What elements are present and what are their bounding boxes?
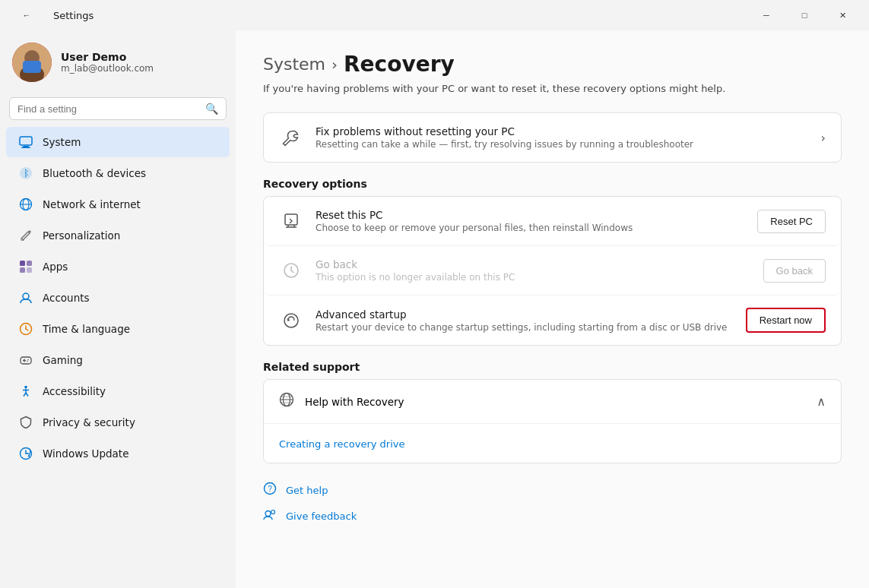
reset-subtitle: Choose to keep or remove your personal f… <box>316 223 745 233</box>
back-button[interactable]: ← <box>9 3 44 27</box>
sidebar-label-network: Network & internet <box>43 198 141 210</box>
svg-line-30 <box>26 393 28 397</box>
sidebar-label-privacy: Privacy & security <box>43 416 135 428</box>
sidebar-item-bluetooth[interactable]: ᛒ Bluetooth & devices <box>6 158 230 188</box>
sidebar-item-personalization[interactable]: Personalization <box>6 220 230 251</box>
fix-chevron: › <box>821 131 826 145</box>
recovery-drive-link[interactable]: Creating a recovery drive <box>279 438 404 450</box>
maximize-button[interactable]: □ <box>787 3 822 27</box>
get-help-link[interactable]: Get help <box>286 485 328 496</box>
sidebar-label-bluetooth: Bluetooth & devices <box>43 167 146 179</box>
svg-point-37 <box>284 314 298 327</box>
give-feedback-row: Give feedback <box>263 507 842 524</box>
chevron-right-icon: › <box>821 131 826 145</box>
gaming-icon <box>18 352 33 368</box>
sidebar-item-system[interactable]: System <box>6 127 230 157</box>
bluetooth-icon: ᛒ <box>18 166 33 181</box>
reset-action: Reset PC <box>757 210 826 233</box>
window-controls: ─ □ ✕ <box>749 3 860 27</box>
go-back-action: Go back <box>763 259 826 283</box>
privacy-icon <box>18 415 33 430</box>
svg-point-17 <box>23 293 29 299</box>
fix-problems-card[interactable]: Fix problems without resetting your PC R… <box>263 112 842 163</box>
app-title: Settings <box>53 10 94 21</box>
go-back-text: Go back This option is no longer availab… <box>316 258 751 283</box>
fix-text: Fix problems without resetting your PC R… <box>316 125 809 150</box>
main-content: System › Recovery If you're having probl… <box>236 30 869 588</box>
svg-rect-4 <box>20 137 32 145</box>
reset-pc-button[interactable]: Reset PC <box>757 210 826 233</box>
sidebar-label-gaming: Gaming <box>43 354 83 366</box>
advanced-startup-action: Restart now <box>746 308 826 333</box>
svg-text:?: ? <box>268 485 272 493</box>
reset-title: Reset this PC <box>316 209 745 221</box>
svg-rect-3 <box>23 61 41 73</box>
search-input[interactable] <box>17 103 199 115</box>
sidebar-item-accessibility[interactable]: Accessibility <box>6 376 230 406</box>
reset-icon <box>279 209 303 233</box>
sidebar-label-personalization: Personalization <box>43 229 120 242</box>
svg-point-46 <box>271 511 275 514</box>
sidebar-item-privacy[interactable]: Privacy & security <box>6 407 230 438</box>
minimize-button[interactable]: ─ <box>749 3 784 27</box>
avatar <box>12 43 52 82</box>
windows-update-icon <box>18 446 33 461</box>
sidebar-label-accounts: Accounts <box>43 292 90 304</box>
breadcrumb: System › Recovery <box>263 52 842 77</box>
sidebar-label-apps: Apps <box>43 261 68 273</box>
svg-rect-13 <box>20 261 25 266</box>
sidebar: User Demo m_lab@outlook.com 🔍 System ᛒ B… <box>0 30 236 588</box>
get-help-icon: ? <box>263 482 277 498</box>
svg-line-36 <box>291 270 293 273</box>
titlebar-left: ← Settings <box>9 3 94 27</box>
fix-title: Fix problems without resetting your PC <box>316 125 809 138</box>
svg-rect-14 <box>27 261 32 266</box>
fix-problems-row[interactable]: Fix problems without resetting your PC R… <box>264 113 841 162</box>
svg-rect-12 <box>21 239 24 241</box>
restart-now-button[interactable]: Restart now <box>746 308 826 333</box>
support-chevron-icon: ∧ <box>817 394 826 409</box>
user-email: m_lab@outlook.com <box>61 63 154 74</box>
support-body: Creating a recovery drive <box>264 423 841 463</box>
support-card: Help with Recovery ∧ Creating a recovery… <box>263 379 842 463</box>
advanced-startup-icon <box>279 308 303 333</box>
fix-icon <box>279 125 303 150</box>
user-profile: User Demo m_lab@outlook.com <box>0 30 236 94</box>
go-back-button[interactable]: Go back <box>763 259 826 283</box>
related-support-title: Related support <box>263 361 842 373</box>
sidebar-item-gaming[interactable]: Gaming <box>6 345 230 375</box>
sidebar-item-windows-update[interactable]: Windows Update <box>6 438 230 469</box>
svg-point-26 <box>24 386 27 389</box>
recovery-options-title: Recovery options <box>263 178 842 190</box>
personalization-icon <box>18 228 33 243</box>
breadcrumb-parent: System <box>263 55 325 74</box>
accessibility-icon <box>18 384 33 399</box>
recovery-options-card: Reset this PC Choose to keep or remove y… <box>263 196 842 346</box>
close-button[interactable]: ✕ <box>825 3 860 27</box>
sidebar-nav: System ᛒ Bluetooth & devices Network & i… <box>0 126 236 469</box>
sidebar-label-windows-update: Windows Update <box>43 447 128 460</box>
advanced-startup-title: Advanced startup <box>316 308 734 321</box>
sidebar-label-accessibility: Accessibility <box>43 385 106 397</box>
sidebar-item-apps[interactable]: Apps <box>6 251 230 282</box>
page-description: If you're having problems with your PC o… <box>263 83 842 94</box>
support-header[interactable]: Help with Recovery ∧ <box>264 380 841 423</box>
give-feedback-link[interactable]: Give feedback <box>286 511 357 522</box>
go-back-title: Go back <box>316 258 751 270</box>
footer-links: ? Get help Give feedback <box>263 482 842 524</box>
sidebar-item-time[interactable]: Time & language <box>6 314 230 344</box>
search-box[interactable]: 🔍 <box>9 97 227 120</box>
titlebar: ← Settings ─ □ ✕ <box>0 0 869 30</box>
breadcrumb-current: Recovery <box>344 52 455 77</box>
svg-line-20 <box>26 329 28 330</box>
support-item-title: Help with Recovery <box>305 396 404 408</box>
svg-rect-15 <box>20 267 25 273</box>
sidebar-item-accounts[interactable]: Accounts <box>6 283 230 313</box>
avatar-image <box>12 43 52 82</box>
get-help-row: ? Get help <box>263 482 842 498</box>
svg-text:ᛒ: ᛒ <box>24 168 29 179</box>
sidebar-item-network[interactable]: Network & internet <box>6 189 230 220</box>
app-body: User Demo m_lab@outlook.com 🔍 System ᛒ B… <box>0 30 869 588</box>
reset-pc-row: Reset this PC Choose to keep or remove y… <box>264 197 841 246</box>
support-globe-icon <box>279 392 294 411</box>
